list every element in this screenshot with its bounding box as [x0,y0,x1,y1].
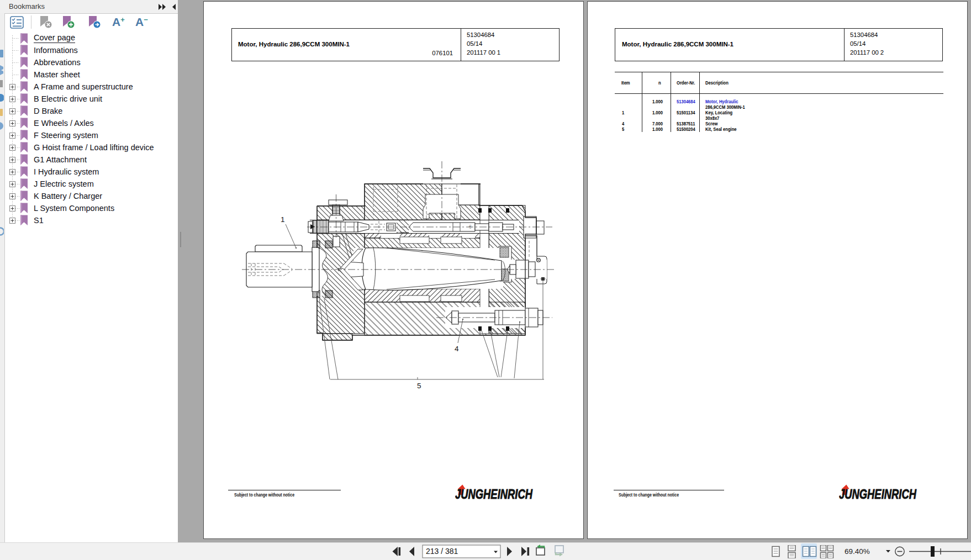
svg-text:5: 5 [417,382,421,390]
svg-text:JUNGHEINRICH: JUNGHEINRICH [455,487,533,500]
svg-text:cfb: cfb [468,225,472,229]
svg-text:JUNGHEINRICH: JUNGHEINRICH [839,487,917,500]
svg-text:213 / 381: 213 / 381 [426,547,458,556]
svg-text:1: 1 [281,215,285,224]
svg-text:4: 4 [455,345,459,353]
